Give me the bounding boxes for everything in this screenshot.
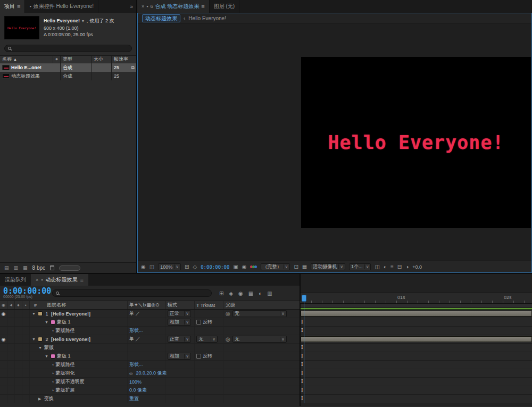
timeline-button-icon[interactable]: ≡ [390, 264, 394, 270]
property-track[interactable]: I [301, 327, 532, 335]
layer-name-cell[interactable]: ◔蒙版羽化 [30, 369, 128, 377]
current-time-indicator-line[interactable] [304, 302, 304, 403]
new-folder-icon[interactable]: ▥ [14, 265, 19, 270]
blend-mode-dropdown[interactable]: 正常∨ [168, 336, 191, 343]
camera-menu[interactable]: 活动摄像机∨ [311, 263, 345, 270]
current-time-indicator-handle[interactable] [302, 295, 306, 302]
solo-cell[interactable] [15, 310, 22, 318]
project-item-label-cell[interactable] [53, 63, 61, 72]
property-row[interactable]: ◔蒙版路径形状... [0, 361, 300, 369]
interpret-footage-icon[interactable]: ▤ [4, 265, 9, 270]
visibility-eye-icon[interactable] [0, 318, 7, 326]
layer-switches-icons[interactable]: 单 ／ [129, 310, 140, 317]
audio-cell[interactable] [7, 335, 15, 343]
visibility-eye-icon[interactable] [0, 369, 7, 377]
resolution-menu[interactable]: （完整）∨ [261, 263, 290, 270]
layer-duration-bar[interactable] [301, 336, 532, 342]
time-ruler[interactable]: 01s 02s [301, 293, 532, 304]
property-row[interactable]: ◔蒙版羽化∞20.0,20.0 像素 [0, 369, 300, 378]
property-row[interactable]: ▶变换重置 [0, 395, 300, 403]
breadcrumb-current-comp[interactable]: 动态标题效果 [142, 14, 180, 22]
tab-project[interactable]: 项目 ≡ [0, 0, 25, 13]
label-color-swatch[interactable] [51, 354, 55, 359]
parent-header[interactable]: 父级 [223, 301, 300, 309]
panel-menu-icon[interactable]: ≡ [80, 277, 83, 283]
solo-header-icon[interactable]: ● [15, 301, 22, 309]
audio-cell[interactable] [7, 327, 15, 335]
solo-cell[interactable] [15, 369, 22, 377]
tab-timeline-comp[interactable]: × ▪ 动态标题效果 ≡ [31, 274, 88, 286]
panel-menu-icon[interactable]: ≡ [201, 3, 204, 10]
property-value[interactable]: 20.0,20.0 像素 [136, 370, 167, 377]
solo-cell[interactable] [15, 395, 22, 403]
label-color-swatch[interactable] [51, 320, 55, 325]
solo-cell[interactable] [15, 327, 22, 335]
property-track[interactable]: I [301, 352, 532, 361]
project-item-row[interactable]: Hello E...one!合成25⧉ [0, 63, 136, 72]
twirl-icon[interactable]: ▼ [38, 346, 43, 350]
property-track[interactable]: I [301, 369, 532, 378]
visibility-eye-icon[interactable]: ◉ [0, 335, 7, 343]
main-viewer-icon[interactable]: ◫ [149, 264, 154, 270]
motion-blur-icon[interactable]: ◐ [259, 290, 262, 296]
stopwatch-icon[interactable]: ◔ [51, 388, 54, 393]
property-value[interactable]: 形状... [129, 361, 143, 368]
layer-name-cell[interactable]: ◔蒙版扩展 [30, 386, 128, 394]
layer-row[interactable]: ◉▼2[Hello Everyone!]单 ／正常∨无∨◎无∨ [0, 335, 300, 344]
mode-header[interactable]: 模式 [166, 301, 195, 309]
preview-thumbnail[interactable]: Hello Everyone! [4, 16, 39, 39]
view-layout-menu[interactable]: 1个...∨ [349, 263, 371, 270]
switches-header[interactable]: 单✦＼fx▦◎⊙ [128, 301, 166, 309]
invert-checkbox[interactable] [196, 354, 201, 359]
graph-editor-icon[interactable]: ▥ [267, 290, 272, 296]
property-row[interactable]: ▼蒙版 [0, 344, 300, 352]
twirl-icon[interactable]: ▼ [45, 354, 49, 358]
layer-name-cell[interactable]: ▼蒙版 1 [30, 352, 128, 360]
solo-cell[interactable] [15, 361, 22, 369]
layer-name-cell[interactable]: ◔蒙版路径 [30, 327, 128, 335]
tab-effect-controls[interactable]: ▪ 效果控件 Hello Everyone! [25, 0, 98, 13]
lock-cell[interactable] [22, 361, 30, 369]
stopwatch-icon[interactable]: ◔ [51, 362, 54, 368]
project-search-box[interactable] [4, 45, 132, 52]
twirl-icon[interactable]: ▶ [38, 397, 43, 401]
property-value[interactable]: 0.0 像素 [129, 387, 147, 394]
eye-header-icon[interactable]: ◉ [0, 301, 7, 309]
lock-cell[interactable] [22, 352, 30, 360]
col-label[interactable]: ● [53, 56, 61, 63]
layer-name-header[interactable]: # 图层名称 [30, 301, 128, 309]
fast-previews-icon[interactable]: ◐ [384, 264, 387, 270]
audio-cell[interactable] [7, 352, 15, 360]
audio-cell[interactable] [7, 344, 15, 352]
lock-cell[interactable] [22, 369, 30, 377]
layer-duration-bar[interactable] [301, 311, 532, 317]
stopwatch-icon[interactable]: ◔ [51, 371, 54, 376]
breadcrumb-parent-comp[interactable]: Hello Everyone! [188, 15, 226, 21]
col-type[interactable]: 类型 [61, 56, 92, 63]
property-value[interactable]: 100% [129, 379, 142, 385]
stopwatch-icon[interactable]: ◔ [51, 379, 54, 385]
tab-render-queue[interactable]: 渲染队列 [0, 274, 31, 286]
property-track[interactable]: I [301, 378, 532, 386]
always-preview-icon[interactable]: ◉ [141, 264, 146, 270]
layer-name-cell[interactable]: ▼1[Hello Everyone!] [30, 310, 128, 318]
mini-flowchart-icon[interactable]: ⊞ [219, 290, 223, 296]
lock-cell[interactable] [22, 344, 30, 352]
visibility-eye-icon[interactable] [0, 386, 7, 394]
audio-cell[interactable] [7, 310, 15, 318]
parent-dropdown[interactable]: 无∨ [232, 336, 287, 343]
col-name[interactable]: 名称 ▲ [0, 56, 53, 63]
snapshot-icon[interactable]: ▣ [233, 264, 238, 270]
timeline-search-input[interactable] [61, 290, 208, 296]
lock-cell[interactable] [22, 378, 30, 386]
property-track[interactable]: I [301, 318, 532, 327]
lock-cell[interactable] [22, 327, 30, 335]
property-row[interactable]: ▼蒙版 1相加∨反转 [0, 318, 300, 327]
property-row[interactable]: ▼蒙版 1相加∨反转 [0, 352, 300, 361]
current-time-display[interactable]: 0:00:00:00 [3, 287, 48, 295]
layer-name-cell[interactable]: ▼蒙版 [30, 344, 128, 352]
lock-cell[interactable] [22, 335, 30, 343]
exposure-value[interactable]: +0.0 [412, 264, 422, 270]
blend-mode-dropdown[interactable]: 正常∨ [168, 310, 191, 317]
project-search-input[interactable] [13, 46, 128, 51]
